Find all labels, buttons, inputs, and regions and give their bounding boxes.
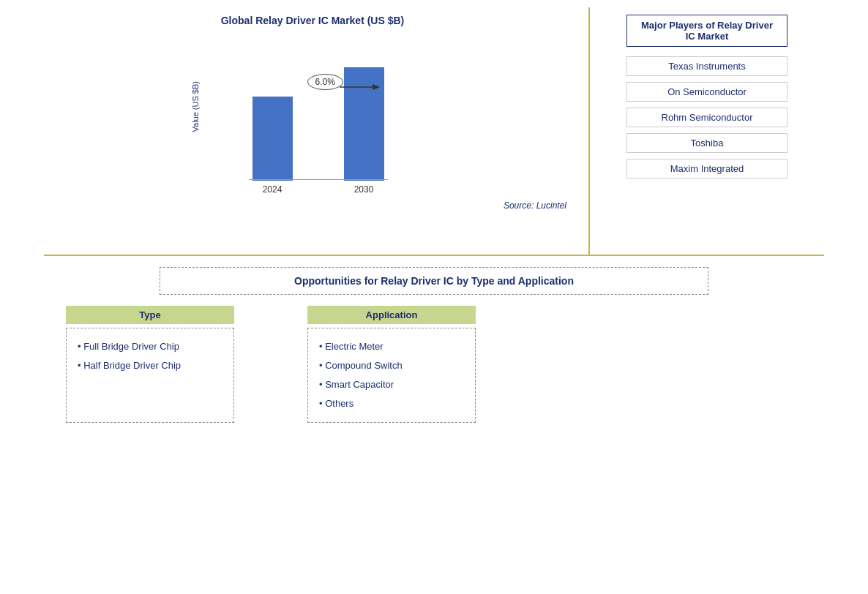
player-item-4: Maxim Integrated bbox=[626, 159, 787, 178]
chart-title: Global Relay Driver IC Market (US $B) bbox=[221, 15, 405, 26]
chart-section: Global Relay Driver IC Market (US $B) Va… bbox=[44, 7, 590, 255]
app-item-3: • Others bbox=[319, 394, 464, 413]
app-item-0: • Electric Meter bbox=[319, 337, 464, 356]
bar-2024-label: 2024 bbox=[263, 184, 283, 195]
type-items-box: • Full Bridge Driver Chip • Half Bridge … bbox=[66, 328, 234, 423]
app-item-1: • Compound Switch bbox=[319, 356, 464, 375]
player-item-1: On Semiconductor bbox=[626, 82, 787, 102]
source-text: Source: Lucintel bbox=[51, 200, 574, 211]
bar-2030-label: 2030 bbox=[354, 184, 374, 195]
main-container: Global Relay Driver IC Market (US $B) Va… bbox=[0, 0, 868, 594]
application-section: Application • Electric Meter • Compound … bbox=[307, 306, 476, 423]
svg-marker-1 bbox=[373, 84, 380, 90]
bar-2024-rect bbox=[252, 97, 293, 181]
players-section: Major Players of Relay Driver IC Market … bbox=[590, 7, 824, 255]
growth-oval: 6.0% bbox=[307, 74, 343, 90]
app-item-2: • Smart Capacitor bbox=[319, 375, 464, 394]
opportunities-title: Opportunities for Relay Driver IC by Typ… bbox=[160, 267, 708, 295]
top-section: Global Relay Driver IC Market (US $B) Va… bbox=[44, 7, 824, 256]
growth-arrow bbox=[340, 80, 380, 94]
type-section: Type • Full Bridge Driver Chip • Half Br… bbox=[66, 306, 234, 423]
type-app-container: Type • Full Bridge Driver Chip • Half Br… bbox=[44, 306, 824, 423]
type-item-1: • Half Bridge Driver Chip bbox=[78, 356, 222, 375]
application-header: Application bbox=[307, 306, 476, 324]
application-items-box: • Electric Meter • Compound Switch • Sma… bbox=[307, 328, 476, 423]
player-item-2: Rohm Semiconductor bbox=[626, 108, 787, 127]
player-item-0: Texas Instruments bbox=[626, 56, 787, 76]
players-title: Major Players of Relay Driver IC Market bbox=[626, 15, 787, 47]
y-axis-label: Value (US $B) bbox=[191, 81, 200, 132]
bottom-section: Opportunities for Relay Driver IC by Typ… bbox=[44, 256, 824, 434]
type-header: Type bbox=[66, 306, 234, 324]
player-item-3: Toshiba bbox=[626, 133, 787, 153]
type-item-0: • Full Bridge Driver Chip bbox=[78, 337, 222, 356]
